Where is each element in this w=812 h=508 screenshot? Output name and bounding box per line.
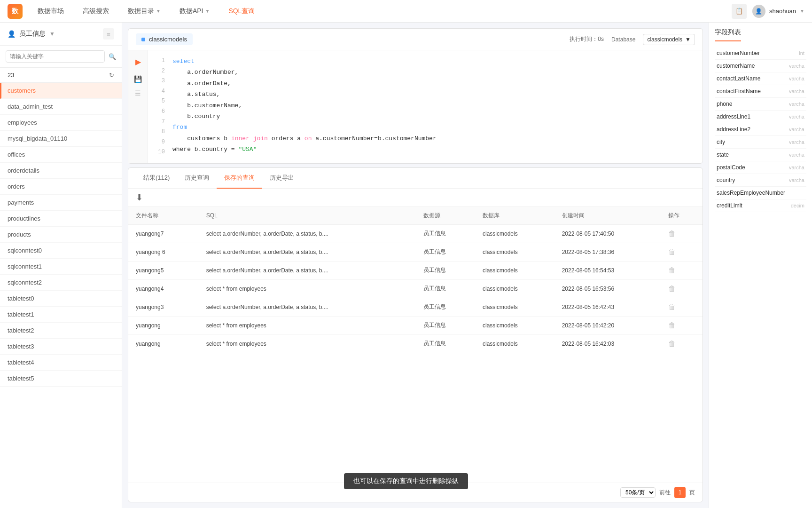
save-icon[interactable]: 💾 [134,75,142,83]
query-body: ▶ 💾 ☰ 12345 678910 select [128,50,703,163]
saved-queries-table: 文件名称 SQL 数据源 数据库 创建时间 操作 yuangong7 selec… [128,207,703,353]
database-select[interactable]: classicmodels ▼ [643,34,695,45]
sidebar-item-employees[interactable]: employees [0,115,122,131]
nav-icon-button[interactable]: 📋 [732,4,747,19]
sidebar-item-sqlconntest1[interactable]: sqlconntest1 [0,259,122,275]
cell-database: classicmodels [475,334,554,353]
tooltip-text: 也可以在保存的查询中进行删除操纵 [353,477,459,484]
cell-database: classicmodels [475,243,554,261]
query-tab[interactable]: classicmodels [136,33,193,45]
field-item-phone[interactable]: phonevarcha [715,98,806,111]
field-item-addressLine1[interactable]: addressLine1varcha [715,111,806,123]
sidebar-item-tabletest3[interactable]: tabletest3 [0,339,122,355]
sidebar-item-productlines[interactable]: productlines [0,211,122,227]
nav-data-api[interactable]: 数据API ▼ [176,5,213,17]
sidebar-item-sqlconntest2[interactable]: sqlconntest2 [0,275,122,291]
field-item-creditLimit[interactable]: creditLimitdecim [715,199,806,212]
cell-datasource: 员工信息 [416,224,475,243]
cell-sql: select * from employees [199,316,416,334]
sidebar-item-customers[interactable]: customers [0,83,122,99]
cell-datasource: 员工信息 [416,316,475,334]
nav-data-catalog[interactable]: 数据目录 ▼ [124,5,164,17]
cell-created: 2022-08-05 16:53:56 [554,279,661,298]
field-item-contactFirstName[interactable]: contactFirstNamevarcha [715,85,806,98]
cell-sql: select * from employees [199,334,416,353]
sidebar-toggle-button[interactable]: ≡ [103,28,114,40]
delete-icon[interactable]: 🗑 [668,340,676,348]
sidebar-item-mysql_bigdata_01110[interactable]: mysql_bigdata_01110 [0,131,122,147]
table-row: yuangong select * from employees 员工信息 cl… [128,316,703,334]
nav-data-market[interactable]: 数据市场 [34,5,68,17]
field-item-postalCode[interactable]: postalCodevarcha [715,161,806,174]
tab-history[interactable]: 历史查询 [177,168,217,189]
sidebar-item-tabletest5[interactable]: tabletest5 [0,371,122,387]
field-item-country[interactable]: countryvarcha [715,174,806,187]
sidebar-item-products[interactable]: products [0,227,122,243]
sidebar-item-orders[interactable]: orders [0,179,122,195]
search-icon[interactable]: 🔍 [109,53,116,60]
field-name: customerName [717,63,755,69]
field-name: customerNumber [717,50,760,56]
query-editor[interactable]: 12345 678910 select a.orderNumber, a.ord… [148,50,703,163]
col-sql: SQL [199,207,416,225]
sidebar-item-orderdetails[interactable]: orderdetails [0,163,122,179]
field-item-salesRepEmployeeNumber[interactable]: salesRepEmployeeNumber [715,187,806,199]
results-tabs: 结果(112) 历史查询 保存的查询 历史导出 [128,168,703,189]
delete-icon[interactable]: 🗑 [668,285,676,293]
cell-sql: select a.orderNumber, a.orderDate, a.sta… [199,224,416,243]
field-item-contactLastName[interactable]: contactLastNamevarcha [715,72,806,85]
sidebar-item-tabletest1[interactable]: tabletest1 [0,307,122,323]
cell-database: classicmodels [475,224,554,243]
cell-filename: yuangong4 [128,279,199,298]
sidebar: 👤 员工信息 ▼ ≡ 🔍 23 ↻ customersdata_admin_te… [0,23,122,508]
field-item-city[interactable]: cityvarcha [715,136,806,149]
run-query-button[interactable]: ▶ [133,56,144,67]
col-datasource: 数据源 [416,207,475,225]
cell-datasource: 员工信息 [416,298,475,316]
delete-icon[interactable]: 🗑 [668,248,676,256]
sidebar-item-offices[interactable]: offices [0,147,122,163]
sidebar-item-payments[interactable]: payments [0,195,122,211]
table-row: yuangong7 select a.orderNumber, a.orderD… [128,224,703,243]
sidebar-item-tabletest4[interactable]: tabletest4 [0,355,122,371]
sidebar-item-sqlconntest0[interactable]: sqlconntest0 [0,243,122,259]
cell-filename: yuangong 6 [128,243,199,261]
tab-name: classicmodels [149,36,187,43]
nav-sql-query[interactable]: SQL查询 [225,5,258,17]
table-row: yuangong 6 select a.orderNumber, a.order… [128,243,703,261]
current-page: 1 [674,487,686,498]
person-icon: 👤 [8,30,16,38]
field-item-addressLine2[interactable]: addressLine2varcha [715,123,806,136]
tab-results[interactable]: 结果(112) [136,168,177,189]
prev-page-label: 前往 [659,489,671,497]
field-name: state [717,151,729,158]
field-name: city [717,139,725,145]
chevron-down-icon: ▼ [156,8,161,14]
list-icon[interactable]: ☰ [134,89,142,97]
nav-advanced-search[interactable]: 高级搜索 [79,5,113,17]
tab-export-history[interactable]: 历史导出 [262,168,302,189]
query-meta: 执行时间：0s Database classicmodels ▼ [570,34,695,45]
delete-icon[interactable]: 🗑 [668,303,676,311]
sidebar-item-data_admin_test[interactable]: data_admin_test [0,99,122,115]
user-menu[interactable]: 👤 shaohuan ▼ [752,5,804,18]
page-size-select[interactable]: 50条/页 [620,487,656,498]
refresh-icon[interactable]: ↻ [109,71,114,79]
tab-saved-queries[interactable]: 保存的查询 [217,168,262,189]
sidebar-item-tabletest2[interactable]: tabletest2 [0,323,122,339]
delete-icon[interactable]: 🗑 [668,230,676,238]
field-item-customerName[interactable]: customerNamevarcha [715,60,806,72]
field-list: customerNumberintcustomerNamevarchaconta… [715,47,806,212]
delete-icon[interactable]: 🗑 [668,321,676,329]
field-item-customerNumber[interactable]: customerNumberint [715,47,806,60]
col-filename: 文件名称 [128,207,199,225]
sidebar-item-tabletest0[interactable]: tabletest0 [0,291,122,307]
avatar: 👤 [752,5,765,18]
code-line-6: b.country [172,111,437,122]
field-item-state[interactable]: statevarcha [715,149,806,161]
cell-created: 2022-08-05 16:42:20 [554,316,661,334]
search-input[interactable] [6,50,105,63]
delete-icon[interactable]: 🗑 [668,266,676,274]
download-icon[interactable]: ⬇ [136,192,143,203]
table-row: yuangong3 select a.orderNumber, a.orderD… [128,298,703,316]
